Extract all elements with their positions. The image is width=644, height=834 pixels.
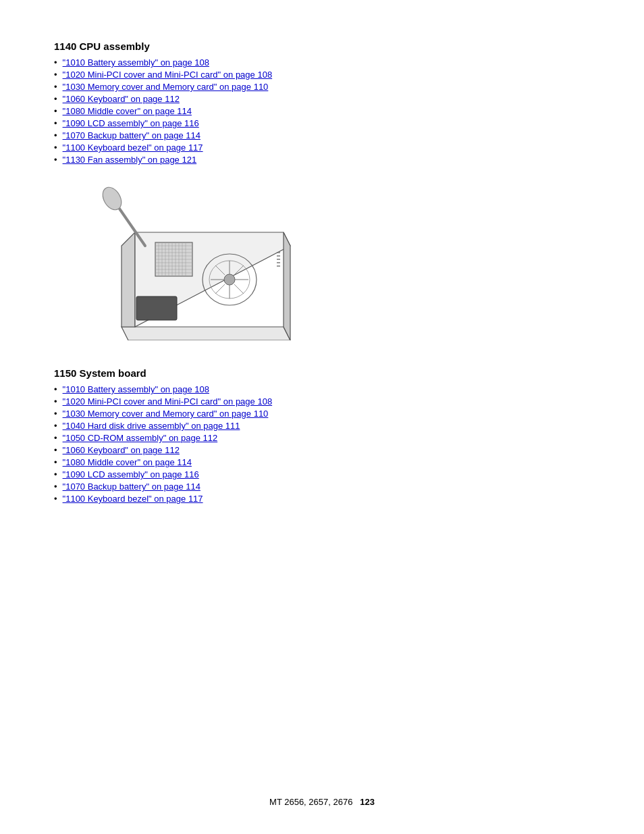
- page-content: 1140 CPU assembly "1010 Battery assembly…: [0, 0, 644, 569]
- laptop-diagram-svg: [68, 178, 297, 340]
- link[interactable]: "1100 Keyboard bezel" on page 117: [63, 494, 203, 504]
- list-item: "1040 Hard disk drive assembly" on page …: [54, 421, 590, 431]
- list-item: "1030 Memory cover and Memory card" on p…: [54, 409, 590, 419]
- list-item: "1020 Mini-PCI cover and Mini-PCI card" …: [54, 70, 590, 80]
- link[interactable]: "1060 Keyboard" on page 112: [63, 445, 180, 455]
- svg-marker-0: [122, 327, 290, 340]
- list-item: "1050 CD-ROM assembly" on page 112: [54, 433, 590, 443]
- list-item: "1060 Keyboard" on page 112: [54, 445, 590, 455]
- svg-line-12: [234, 284, 244, 294]
- svg-point-35: [99, 184, 126, 213]
- list-item: "1080 Middle cover" on page 114: [54, 106, 590, 116]
- list-item: "1010 Battery assembly" on page 108: [54, 57, 590, 68]
- cpu-assembly-section: 1140 CPU assembly "1010 Battery assembly…: [54, 41, 590, 347]
- system-board-title: 1150 System board: [54, 367, 590, 379]
- cpu-assembly-diagram: [68, 178, 304, 347]
- list-item: "1060 Keyboard" on page 112: [54, 94, 590, 104]
- cpu-assembly-title: 1140 CPU assembly: [54, 41, 590, 52]
- link[interactable]: "1050 CD-ROM assembly" on page 112: [63, 433, 218, 443]
- link[interactable]: "1010 Battery assembly" on page 108: [63, 57, 209, 68]
- page-footer: MT 2656, 2657, 2676 123: [0, 797, 644, 807]
- link[interactable]: "1100 Keyboard bezel" on page 117: [63, 142, 203, 153]
- list-item: "1090 LCD assembly" on page 116: [54, 469, 590, 479]
- link[interactable]: "1070 Backup battery" on page 114: [63, 481, 200, 492]
- link[interactable]: "1070 Backup battery" on page 114: [63, 130, 200, 140]
- list-item: "1020 Mini-PCI cover and Mini-PCI card" …: [54, 396, 590, 407]
- list-item: "1080 Middle cover" on page 114: [54, 457, 590, 467]
- list-item: "1030 Memory cover and Memory card" on p…: [54, 82, 590, 92]
- list-item: "1100 Keyboard bezel" on page 117: [54, 494, 590, 504]
- link[interactable]: "1030 Memory cover and Memory card" on p…: [63, 82, 269, 92]
- system-board-section: 1150 System board "1010 Battery assembly…: [54, 367, 590, 504]
- link[interactable]: "1090 LCD assembly" on page 116: [63, 469, 199, 479]
- page-number: 123: [360, 797, 375, 807]
- link[interactable]: "1080 Middle cover" on page 114: [63, 457, 192, 467]
- svg-rect-36: [136, 296, 177, 320]
- svg-marker-3: [284, 232, 290, 340]
- link[interactable]: "1020 Mini-PCI cover and Mini-PCI card" …: [63, 396, 273, 407]
- list-item: "1070 Backup battery" on page 114: [54, 130, 590, 140]
- cpu-assembly-links: "1010 Battery assembly" on page 108 "102…: [54, 57, 590, 165]
- footer-text: MT 2656, 2657, 2676: [269, 797, 352, 807]
- link[interactable]: "1090 LCD assembly" on page 116: [63, 118, 199, 128]
- system-board-links: "1010 Battery assembly" on page 108 "102…: [54, 384, 590, 504]
- list-item: "1130 Fan assembly" on page 121: [54, 155, 590, 165]
- link[interactable]: "1130 Fan assembly" on page 121: [63, 155, 197, 165]
- svg-point-6: [224, 274, 235, 285]
- list-item: "1100 Keyboard bezel" on page 117: [54, 142, 590, 153]
- list-item: "1090 LCD assembly" on page 116: [54, 118, 590, 128]
- link[interactable]: "1030 Memory cover and Memory card" on p…: [63, 409, 269, 419]
- list-item: "1070 Backup battery" on page 114: [54, 481, 590, 492]
- link[interactable]: "1040 Hard disk drive assembly" on page …: [63, 421, 240, 431]
- link[interactable]: "1010 Battery assembly" on page 108: [63, 384, 209, 394]
- link[interactable]: "1020 Mini-PCI cover and Mini-PCI card" …: [63, 70, 273, 80]
- link[interactable]: "1060 Keyboard" on page 112: [63, 94, 180, 104]
- svg-line-14: [215, 284, 225, 294]
- link[interactable]: "1080 Middle cover" on page 114: [63, 106, 192, 116]
- list-item: "1010 Battery assembly" on page 108: [54, 384, 590, 394]
- svg-marker-1: [122, 232, 135, 327]
